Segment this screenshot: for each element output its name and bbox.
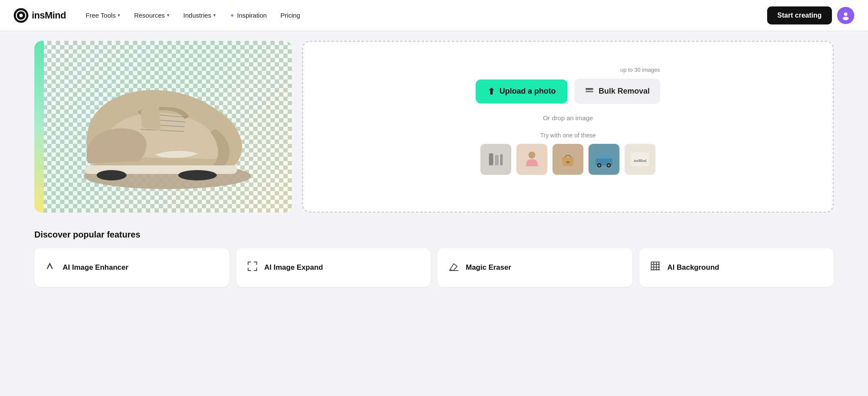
try-samples-section: Try with one of these: [480, 132, 656, 175]
svg-point-17: [528, 152, 535, 158]
upload-button-label: Upload a photo: [499, 87, 555, 96]
eraser-icon: [448, 260, 460, 275]
nav-item-label: Inspiration: [237, 12, 267, 19]
feature-label-enhancer: AI Image Enhancer: [63, 263, 128, 272]
features-section: Discover popular features AI Image Enhan…: [0, 223, 868, 301]
svg-point-2: [19, 14, 23, 17]
nav-item-industries[interactable]: Industries ▾: [177, 8, 222, 22]
bulk-button-label: Bulk Removal: [598, 87, 649, 96]
bulk-hint-text: up to 30 images: [620, 67, 660, 73]
feature-card-background[interactable]: AI Background: [639, 248, 834, 287]
drop-text: Or drop an image: [543, 114, 593, 122]
nav-item-inspiration[interactable]: ✦ Inspiration: [224, 8, 273, 22]
shoe-svg: [60, 54, 266, 200]
nav-links: Free Tools ▾ Resources ▾ Industries ▾ ✦ …: [80, 8, 767, 22]
sparkle-icon: ✦: [230, 12, 235, 19]
svg-point-10: [97, 170, 127, 180]
hero-image: [34, 41, 292, 213]
svg-point-23: [608, 164, 610, 167]
nav-item-pricing[interactable]: Pricing: [274, 8, 306, 22]
shoe-image-container: [34, 41, 292, 213]
sample-image-1[interactable]: [480, 144, 511, 175]
layers-icon: [585, 85, 594, 97]
svg-point-11: [178, 170, 217, 180]
main-content: up to 30 images ⬆ Upload a photo Bulk Re…: [0, 30, 868, 223]
upload-panel: up to 30 images ⬆ Upload a photo Bulk Re…: [302, 41, 834, 213]
chevron-down-icon: ▾: [118, 12, 120, 18]
svg-point-21: [598, 164, 601, 167]
enhancer-icon: [45, 260, 57, 275]
nav-item-free-tools[interactable]: Free Tools ▾: [80, 8, 127, 22]
nav-right: Start creating: [767, 6, 854, 24]
feature-label-eraser: Magic Eraser: [466, 263, 511, 272]
navbar: insMind Free Tools ▾ Resources ▾ Industr…: [0, 0, 868, 30]
svg-text:insMind: insMind: [634, 158, 646, 163]
sample-image-3[interactable]: [552, 144, 583, 175]
svg-rect-16: [500, 154, 503, 165]
nav-item-label: Pricing: [280, 12, 300, 19]
logo-link[interactable]: insMind: [14, 8, 66, 23]
expand-icon: [246, 260, 258, 275]
feature-card-enhancer[interactable]: AI Image Enhancer: [34, 248, 229, 287]
avatar[interactable]: [837, 7, 854, 24]
sample-images-row: insMind: [480, 144, 656, 175]
sample-image-2[interactable]: [516, 144, 547, 175]
start-creating-button[interactable]: Start creating: [767, 6, 832, 24]
nav-item-label: Resources: [134, 12, 165, 19]
svg-point-4: [843, 17, 849, 20]
feature-label-expand: AI Image Expand: [264, 263, 323, 272]
svg-rect-13: [586, 91, 593, 92]
upload-photo-button[interactable]: ⬆ Upload a photo: [476, 79, 568, 104]
svg-rect-14: [489, 153, 493, 165]
chevron-down-icon: ▾: [167, 12, 170, 18]
features-grid: AI Image Enhancer AI Image Expand: [34, 248, 834, 287]
background-icon: [649, 260, 662, 275]
feature-card-expand[interactable]: AI Image Expand: [236, 248, 431, 287]
upload-icon: ⬆: [488, 86, 495, 97]
left-accent-bar: [34, 41, 44, 213]
logo-text: insMind: [32, 10, 66, 21]
svg-rect-18: [566, 161, 570, 163]
logo-icon: [14, 8, 28, 23]
nav-item-label: Free Tools: [86, 12, 116, 19]
feature-label-background: AI Background: [668, 263, 719, 272]
features-title: Discover popular features: [34, 230, 834, 240]
feature-card-eraser[interactable]: Magic Eraser: [437, 248, 632, 287]
chevron-down-icon: ▾: [213, 12, 216, 18]
nav-item-resources[interactable]: Resources ▾: [128, 8, 176, 22]
sample-image-4[interactable]: [589, 144, 619, 175]
nav-item-label: Industries: [183, 12, 211, 19]
svg-rect-15: [495, 155, 498, 165]
svg-rect-12: [586, 88, 593, 90]
try-label: Try with one of these: [480, 132, 656, 139]
bulk-removal-button[interactable]: Bulk Removal: [574, 79, 660, 104]
user-icon: [841, 11, 850, 20]
svg-point-3: [844, 12, 847, 16]
sample-image-5[interactable]: insMind: [625, 144, 656, 175]
upload-buttons-row: up to 30 images ⬆ Upload a photo Bulk Re…: [476, 79, 660, 104]
